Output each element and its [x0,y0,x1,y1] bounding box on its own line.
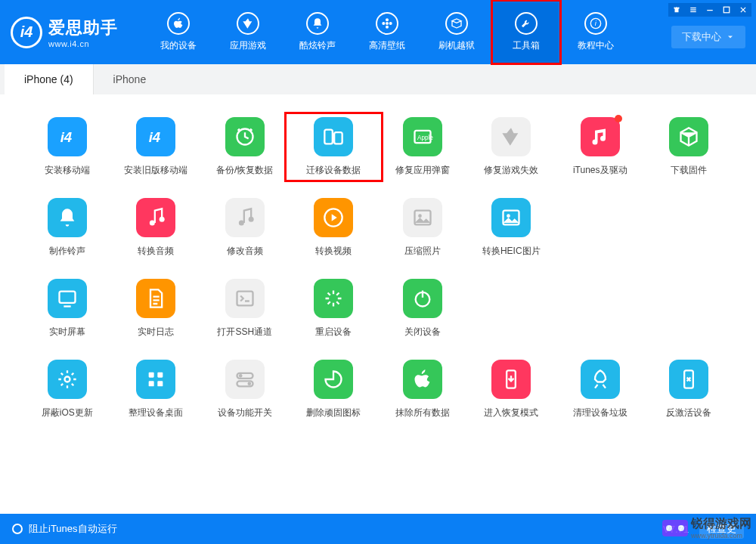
nav-tutorials[interactable]: 教程中心 [561,0,631,64]
maximize-button[interactable] [718,3,735,17]
nav-toolbox[interactable]: 工具箱 [491,0,561,64]
toggles-icon [225,360,265,399]
tool-open-ssh[interactable]: 打开SSH通道 [200,279,290,338]
minimize-button[interactable] [702,3,718,17]
download-center-label: 下载中心 [682,30,721,44]
tab-iphone[interactable]: iPhone [94,64,166,94]
cube-icon [669,117,708,156]
tool-make-ringtone[interactable]: 制作铃声 [23,198,112,258]
terminal-icon [225,279,265,318]
tool-reboot[interactable]: 重启设备 [290,279,379,338]
tool-erase-all[interactable]: 抹除所有数据 [378,360,467,419]
apple-icon [167,12,190,35]
download-icon [726,32,735,42]
loading-icon [314,279,353,318]
tool-real-screen[interactable]: 实时屏幕 [23,279,112,338]
main-nav: 我的设备应用游戏酷炫铃声高清壁纸刷机越狱工具箱教程中心 [144,0,756,64]
doc-icon [136,279,175,318]
tool-block-ios-update[interactable]: 屏蔽iOS更新 [23,360,112,419]
music-icon [581,117,620,156]
check-update-button[interactable]: 检查更 [699,519,744,539]
nav-wallpapers[interactable]: 高清壁纸 [352,0,422,64]
tool-convert-heic[interactable]: 转换HEIC图片 [467,198,556,258]
wrench-icon [515,12,538,35]
nav-flash[interactable]: 刷机越狱 [422,0,491,64]
status-text: 阻止iTunes自动运行 [29,522,117,536]
i4-icon [136,117,175,156]
nav-ringtones[interactable]: 酷炫铃声 [283,0,352,64]
monitor-icon [48,279,87,318]
play-icon [314,198,353,237]
tool-feature-toggle[interactable]: 设备功能开关 [200,360,290,419]
tool-migrate[interactable]: 迁移设备数据 [290,117,379,177]
brand-subtitle: www.i4.cn [48,39,118,48]
download-center-button[interactable]: 下载中心 [671,26,745,48]
notification-dot [615,115,622,122]
version-label: V7.71 [663,524,689,535]
devices-icon [314,117,353,156]
brand: i4 爱思助手 www.i4.cn [0,0,144,64]
top-bar: i4 爱思助手 www.i4.cn 我的设备应用游戏酷炫铃声高清壁纸刷机越狱工具… [0,0,756,64]
tool-recovery-mode[interactable]: 进入恢复模式 [467,360,556,419]
tool-install-legacy[interactable]: 安装旧版移动端 [112,117,201,177]
info-icon [584,12,607,35]
tool-fix-game[interactable]: 修复游戏失效 [467,117,556,177]
i4-icon [48,117,87,156]
svg-rect-3 [707,10,713,11]
phone-dl-icon [491,360,531,399]
appstore-icon [237,12,259,35]
image-icon [491,198,531,237]
nav-app-games[interactable]: 应用游戏 [213,0,283,64]
bell-icon [48,198,87,237]
tool-backup-restore[interactable]: 备份/恢复数据 [200,117,290,177]
tool-edit-audio[interactable]: 修改音频 [200,198,290,258]
device-tabs: iPhone (4)iPhone [0,64,756,94]
appleid-icon [403,117,442,156]
status-bar: 阻止iTunes自动运行 V7.71 检查更 [0,514,756,544]
tool-install-mobile[interactable]: 安装移动端 [23,117,112,177]
tool-remove-stubborn[interactable]: 删除顽固图标 [290,360,379,419]
note-icon [136,198,175,237]
tools-grid: 安装移动端 安装旧版移动端 备份/恢复数据 迁移设备数据 修复应用弹窗 修复游戏… [23,117,733,419]
phone-x-icon [669,360,708,399]
close-button[interactable] [735,3,751,17]
nav-my-device[interactable]: 我的设备 [144,0,213,64]
tool-convert-audio[interactable]: 转换音频 [112,198,201,258]
tool-tidy-desktop[interactable]: 整理设备桌面 [112,360,201,419]
window-controls [668,3,751,17]
dropdown-icon[interactable] [685,3,702,17]
status-left[interactable]: 阻止iTunes自动运行 [12,522,117,536]
tool-fix-popup[interactable]: 修复应用弹窗 [378,117,467,177]
brand-logo-icon: i4 [11,17,42,48]
tool-shutdown[interactable]: 关闭设备 [378,279,467,338]
rocket-icon [581,360,620,399]
note-icon [225,198,265,237]
svg-rect-4 [723,7,730,13]
tool-convert-video[interactable]: 转换视频 [290,198,379,258]
grid-icon [136,360,175,399]
image-icon [403,198,442,237]
brand-title: 爱思助手 [48,17,118,39]
toolbox-content: 安装移动端 安装旧版移动端 备份/恢复数据 迁移设备数据 修复应用弹窗 修复游戏… [0,94,756,514]
svg-rect-0 [690,8,696,8]
tool-clean-junk[interactable]: 清理设备垃圾 [556,360,645,419]
clock-icon [225,117,265,156]
tool-compress-photo[interactable]: 压缩照片 [378,198,467,258]
flower-icon [376,12,398,35]
tool-download-fw[interactable]: 下载固件 [645,117,734,177]
apple-icon [403,360,442,399]
box-icon [445,12,468,35]
tab-iphone4[interactable]: iPhone (4) [5,64,94,94]
power-icon [403,279,442,318]
tool-itunes-driver[interactable]: iTunes及驱动 [556,117,645,177]
status-indicator-icon [12,524,23,534]
tool-deactivate[interactable]: 反激活设备 [645,360,734,419]
pie-icon [314,360,353,399]
appstore-icon [491,117,531,156]
bell-icon [306,12,329,35]
shirt-icon[interactable] [668,3,685,17]
gear-icon [48,360,87,399]
svg-rect-2 [690,11,696,12]
tool-real-log[interactable]: 实时日志 [112,279,201,338]
svg-rect-1 [690,9,696,10]
